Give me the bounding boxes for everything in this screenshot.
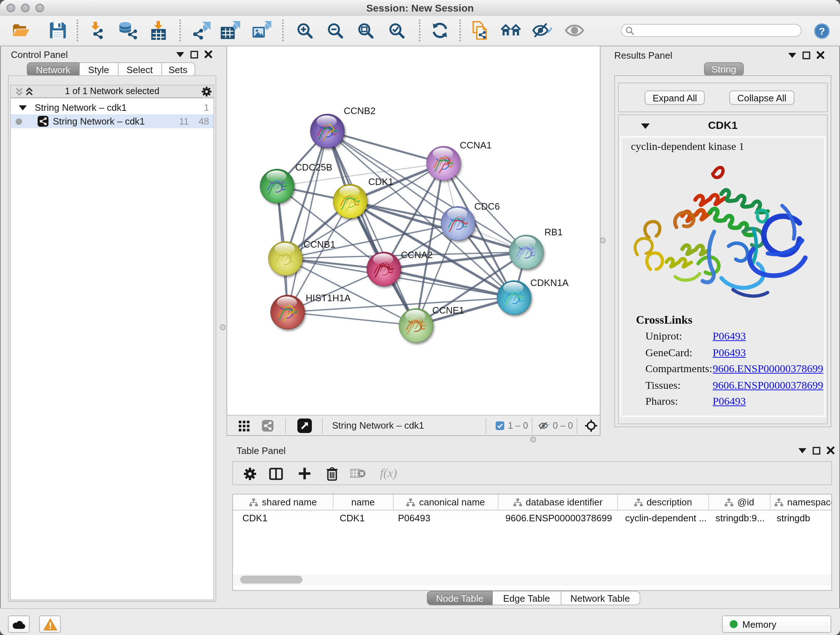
table-panel-collapse-icon[interactable]	[798, 447, 807, 454]
node-CCNA1[interactable]	[426, 146, 461, 180]
network-share-icon[interactable]	[262, 420, 273, 432]
memory-button[interactable]: Memory	[722, 616, 831, 633]
tab-node-table[interactable]: Node Table	[427, 591, 493, 605]
help-button[interactable]: ?	[814, 23, 830, 39]
tab-network-table[interactable]: Network Table	[561, 591, 640, 605]
crosslink-label: Pharos:	[645, 395, 678, 408]
delete-table-button[interactable]	[348, 464, 368, 483]
column-header-canonicalname[interactable]: canonical name	[393, 494, 499, 510]
cell-sharedname[interactable]: CDK1	[242, 511, 332, 526]
search-input[interactable]	[636, 25, 798, 37]
table-panel-float-icon[interactable]	[813, 447, 821, 454]
scrollbar-thumb[interactable]	[240, 576, 302, 584]
results-panel-float-icon[interactable]	[802, 51, 810, 59]
cloud-button[interactable]	[8, 616, 30, 633]
crosslink-tissues-link[interactable]: 9606.ENSP00000378699	[713, 379, 823, 391]
tab-edge-table[interactable]: Edge Table	[493, 591, 561, 605]
crosslink-compartments-link[interactable]: 9606.ENSP00000378699	[713, 363, 823, 375]
add-column-button[interactable]	[294, 464, 315, 483]
edge-HIST1H1A-CCNE1[interactable]	[287, 312, 416, 325]
shared-column-icon	[774, 498, 783, 507]
tab-sets[interactable]: Sets	[162, 62, 195, 76]
crosslink-pharos-link[interactable]: P06493	[713, 395, 746, 408]
zoom-selected-button[interactable]	[384, 19, 409, 42]
network-options-gear-icon[interactable]	[201, 86, 212, 97]
export-table-button[interactable]	[218, 19, 242, 42]
node-RB1[interactable]	[509, 235, 543, 269]
node-label-CCNB1: CCNB1	[303, 239, 335, 250]
export-image-button[interactable]	[248, 19, 273, 42]
column-header-sharedname[interactable]: shared name	[233, 494, 333, 510]
open-session-button[interactable]	[9, 19, 33, 42]
birds-eye-toggle-icon[interactable]	[584, 419, 598, 432]
node-CDC25B[interactable]	[260, 169, 294, 203]
import-table-button[interactable]	[146, 19, 171, 42]
clone-network-icon	[470, 20, 489, 41]
grid-view-icon[interactable]	[239, 421, 249, 432]
open-in-window-icon[interactable]	[297, 418, 312, 433]
cell-id[interactable]: stringdb:9...	[715, 511, 769, 526]
collapse-all-button[interactable]: Collapse All	[729, 90, 794, 105]
node-CDKN1A[interactable]	[497, 280, 531, 315]
column-header-name[interactable]: name	[333, 494, 393, 510]
node-CDC6[interactable]	[441, 206, 475, 241]
tab-select[interactable]: Select	[118, 62, 162, 76]
function-builder-button[interactable]: f(x)	[378, 464, 399, 483]
save-session-button[interactable]	[46, 19, 70, 42]
table-horizontal-scrollbar[interactable]	[234, 574, 831, 586]
column-header-namespace[interactable]: namespace	[771, 494, 832, 510]
results-panel-collapse-icon[interactable]	[788, 52, 797, 58]
node-CCNB2[interactable]	[310, 114, 344, 148]
column-header-databaseidentifier[interactable]: database identifier	[499, 494, 617, 510]
node-CCNB1[interactable]	[268, 241, 302, 276]
column-header-description[interactable]: description	[617, 494, 709, 510]
delete-column-button[interactable]	[322, 464, 342, 483]
edge-CCNB2-HIST1H1A[interactable]	[287, 131, 327, 312]
network-collection-row[interactable]: String Network – cdk1 1	[11, 101, 213, 114]
node-HIST1H1A[interactable]	[271, 295, 305, 329]
cell-description[interactable]: cyclin-dependent ...	[625, 511, 707, 526]
tab-network[interactable]: Network	[27, 62, 80, 76]
network-row-selected[interactable]: String Network – cdk1 11 48	[11, 114, 213, 128]
collection-expander-icon[interactable]	[19, 105, 27, 111]
zoom-in-button[interactable]	[293, 19, 317, 42]
bottom-splitter-handle[interactable]	[531, 437, 536, 442]
table-panel-close-icon[interactable]	[826, 446, 835, 455]
left-splitter-handle[interactable]	[220, 325, 226, 330]
node-CDK1[interactable]	[333, 184, 367, 218]
zoom-out-button[interactable]	[323, 19, 347, 42]
tab-string[interactable]: String	[704, 62, 744, 76]
crosslink-genecard-link[interactable]: P06493	[713, 347, 746, 359]
cell-canonicalname[interactable]: P06493	[398, 511, 497, 526]
right-splitter-handle[interactable]	[600, 238, 606, 243]
cell-databaseidentifier[interactable]: 9606.ENSP00000378699	[505, 511, 616, 526]
import-table-icon	[149, 21, 168, 40]
control-panel-close-icon[interactable]	[204, 50, 213, 59]
import-network-database-button[interactable]	[116, 19, 141, 42]
node-CCNE1[interactable]	[399, 309, 433, 342]
refresh-button[interactable]	[427, 19, 452, 42]
warnings-button[interactable]	[39, 616, 61, 633]
gene-section-header[interactable]: CDK1	[619, 115, 827, 136]
import-network-file-button[interactable]	[85, 19, 110, 42]
cell-name[interactable]: CDK1	[340, 511, 392, 526]
column-header-id[interactable]: @id	[709, 494, 771, 510]
export-network-button[interactable]	[188, 19, 212, 42]
control-panel-collapse-icon[interactable]	[176, 51, 185, 57]
control-panel-float-icon[interactable]	[190, 50, 198, 58]
zoom-fit-button[interactable]	[354, 19, 378, 42]
application-window: Session: New Session ?	[0, 0, 840, 635]
table-settings-button[interactable]	[240, 464, 260, 483]
crosslink-uniprot-link[interactable]: P06493	[713, 330, 746, 342]
expand-all-button[interactable]: Expand All	[645, 90, 705, 105]
network-canvas[interactable]: CCNB2 CCNA1 CDC25B CDK1 CDC6	[227, 46, 600, 415]
tab-style[interactable]: Style	[80, 62, 118, 76]
results-panel-close-icon[interactable]	[816, 51, 825, 59]
hide-selected-button[interactable]	[530, 19, 554, 42]
first-neighbors-button[interactable]	[498, 19, 523, 42]
show-columns-button[interactable]	[266, 464, 286, 483]
cell-namespace[interactable]: stringdb	[777, 511, 832, 526]
clone-network-button[interactable]	[467, 19, 492, 42]
node-CCNA2[interactable]	[367, 252, 401, 286]
show-all-button[interactable]	[562, 19, 587, 42]
